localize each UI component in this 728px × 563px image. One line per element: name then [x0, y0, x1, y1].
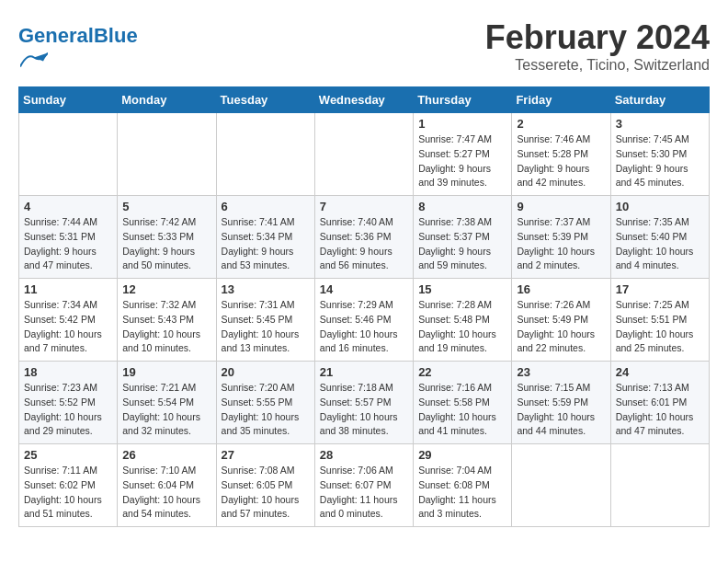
day-number: 11	[24, 282, 112, 296]
day-info: Sunrise: 7:45 AM Sunset: 5:30 PM Dayligh…	[616, 132, 704, 190]
day-number: 16	[517, 282, 605, 296]
day-info: Sunrise: 7:42 AM Sunset: 5:33 PM Dayligh…	[122, 215, 210, 273]
calendar-table: SundayMondayTuesdayWednesdayThursdayFrid…	[18, 86, 710, 527]
day-number: 26	[122, 448, 210, 462]
title-area: February 2024 Tesserete, Ticino, Switzer…	[485, 18, 710, 74]
day-info: Sunrise: 7:18 AM Sunset: 5:57 PM Dayligh…	[320, 381, 408, 439]
calendar-cell: 23Sunrise: 7:15 AM Sunset: 5:59 PM Dayli…	[512, 362, 610, 444]
calendar-cell: 1Sunrise: 7:47 AM Sunset: 5:27 PM Daylig…	[414, 113, 512, 196]
day-info: Sunrise: 7:28 AM Sunset: 5:48 PM Dayligh…	[418, 298, 506, 356]
day-info: Sunrise: 7:32 AM Sunset: 5:43 PM Dayligh…	[122, 298, 210, 356]
calendar-cell: 2Sunrise: 7:46 AM Sunset: 5:28 PM Daylig…	[512, 113, 610, 196]
column-header-thursday: Thursday	[414, 87, 512, 113]
calendar-cell: 11Sunrise: 7:34 AM Sunset: 5:42 PM Dayli…	[19, 279, 118, 362]
calendar-cell	[610, 444, 709, 527]
day-info: Sunrise: 7:47 AM Sunset: 5:27 PM Dayligh…	[418, 132, 506, 190]
calendar-cell: 18Sunrise: 7:23 AM Sunset: 5:52 PM Dayli…	[19, 362, 118, 444]
day-info: Sunrise: 7:13 AM Sunset: 6:01 PM Dayligh…	[616, 381, 704, 439]
day-info: Sunrise: 7:41 AM Sunset: 5:34 PM Dayligh…	[222, 215, 310, 273]
calendar-cell: 17Sunrise: 7:25 AM Sunset: 5:51 PM Dayli…	[610, 279, 709, 362]
calendar-cell: 15Sunrise: 7:28 AM Sunset: 5:48 PM Dayli…	[414, 279, 512, 362]
calendar-cell: 3Sunrise: 7:45 AM Sunset: 5:30 PM Daylig…	[610, 113, 709, 196]
day-number: 1	[418, 117, 506, 131]
calendar-week-row: 1Sunrise: 7:47 AM Sunset: 5:27 PM Daylig…	[19, 113, 710, 196]
calendar-cell: 13Sunrise: 7:31 AM Sunset: 5:45 PM Dayli…	[216, 279, 314, 362]
calendar-cell: 28Sunrise: 7:06 AM Sunset: 6:07 PM Dayli…	[314, 444, 413, 527]
day-number: 25	[24, 448, 112, 462]
calendar-header-row: SundayMondayTuesdayWednesdayThursdayFrid…	[19, 87, 710, 113]
column-header-saturday: Saturday	[610, 87, 709, 113]
logo-icon	[20, 46, 48, 74]
calendar-cell: 26Sunrise: 7:10 AM Sunset: 6:04 PM Dayli…	[118, 444, 216, 527]
day-info: Sunrise: 7:40 AM Sunset: 5:36 PM Dayligh…	[320, 215, 408, 273]
calendar-week-row: 4Sunrise: 7:44 AM Sunset: 5:31 PM Daylig…	[19, 196, 710, 279]
day-number: 9	[517, 200, 605, 213]
column-header-tuesday: Tuesday	[216, 87, 314, 113]
day-info: Sunrise: 7:06 AM Sunset: 6:07 PM Dayligh…	[320, 464, 408, 522]
calendar-cell: 21Sunrise: 7:18 AM Sunset: 5:57 PM Dayli…	[314, 362, 413, 444]
day-info: Sunrise: 7:31 AM Sunset: 5:45 PM Dayligh…	[222, 298, 310, 356]
day-number: 3	[616, 117, 704, 131]
day-info: Sunrise: 7:16 AM Sunset: 5:58 PM Dayligh…	[418, 381, 506, 439]
calendar-week-row: 18Sunrise: 7:23 AM Sunset: 5:52 PM Dayli…	[19, 362, 710, 444]
day-number: 23	[517, 365, 605, 379]
calendar-cell	[118, 113, 216, 196]
calendar-cell: 10Sunrise: 7:35 AM Sunset: 5:40 PM Dayli…	[610, 196, 709, 279]
day-number: 13	[222, 282, 310, 296]
month-title: February 2024	[485, 18, 710, 57]
day-number: 20	[222, 365, 310, 379]
subtitle: Tesserete, Ticino, Switzerland	[485, 57, 710, 74]
logo-text: GeneralBlue	[18, 26, 138, 46]
logo-blue: Blue	[94, 24, 138, 47]
column-header-monday: Monday	[118, 87, 216, 113]
day-number: 22	[418, 365, 506, 379]
calendar-cell: 16Sunrise: 7:26 AM Sunset: 5:49 PM Dayli…	[512, 279, 610, 362]
day-number: 5	[122, 200, 210, 213]
day-info: Sunrise: 7:46 AM Sunset: 5:28 PM Dayligh…	[517, 132, 605, 190]
day-info: Sunrise: 7:34 AM Sunset: 5:42 PM Dayligh…	[24, 298, 112, 356]
day-number: 4	[24, 200, 112, 213]
day-number: 15	[418, 282, 506, 296]
day-info: Sunrise: 7:29 AM Sunset: 5:46 PM Dayligh…	[320, 298, 408, 356]
day-info: Sunrise: 7:25 AM Sunset: 5:51 PM Dayligh…	[616, 298, 704, 356]
column-header-friday: Friday	[512, 87, 610, 113]
header: GeneralBlue February 2024 Tesserete, Tic…	[18, 18, 710, 77]
day-info: Sunrise: 7:26 AM Sunset: 5:49 PM Dayligh…	[517, 298, 605, 356]
day-number: 2	[517, 117, 605, 131]
day-info: Sunrise: 7:20 AM Sunset: 5:55 PM Dayligh…	[222, 381, 310, 439]
day-number: 19	[122, 365, 210, 379]
day-info: Sunrise: 7:08 AM Sunset: 6:05 PM Dayligh…	[222, 464, 310, 522]
logo-general: General	[18, 24, 94, 47]
day-number: 14	[320, 282, 408, 296]
calendar-cell: 22Sunrise: 7:16 AM Sunset: 5:58 PM Dayli…	[414, 362, 512, 444]
day-info: Sunrise: 7:21 AM Sunset: 5:54 PM Dayligh…	[122, 381, 210, 439]
calendar-cell	[314, 113, 413, 196]
calendar-cell: 9Sunrise: 7:37 AM Sunset: 5:39 PM Daylig…	[512, 196, 610, 279]
day-info: Sunrise: 7:11 AM Sunset: 6:02 PM Dayligh…	[24, 464, 112, 522]
calendar-cell: 24Sunrise: 7:13 AM Sunset: 6:01 PM Dayli…	[610, 362, 709, 444]
day-number: 8	[418, 200, 506, 213]
calendar-cell: 8Sunrise: 7:38 AM Sunset: 5:37 PM Daylig…	[414, 196, 512, 279]
calendar-cell: 14Sunrise: 7:29 AM Sunset: 5:46 PM Dayli…	[314, 279, 413, 362]
day-number: 29	[418, 448, 506, 462]
day-info: Sunrise: 7:37 AM Sunset: 5:39 PM Dayligh…	[517, 215, 605, 273]
column-header-sunday: Sunday	[19, 87, 118, 113]
column-header-wednesday: Wednesday	[314, 87, 413, 113]
calendar-cell: 6Sunrise: 7:41 AM Sunset: 5:34 PM Daylig…	[216, 196, 314, 279]
day-number: 7	[320, 200, 408, 213]
day-number: 18	[24, 365, 112, 379]
day-info: Sunrise: 7:10 AM Sunset: 6:04 PM Dayligh…	[122, 464, 210, 522]
day-info: Sunrise: 7:44 AM Sunset: 5:31 PM Dayligh…	[24, 215, 112, 273]
calendar-cell: 7Sunrise: 7:40 AM Sunset: 5:36 PM Daylig…	[314, 196, 413, 279]
calendar-week-row: 25Sunrise: 7:11 AM Sunset: 6:02 PM Dayli…	[19, 444, 710, 527]
calendar-cell	[216, 113, 314, 196]
calendar-cell	[19, 113, 118, 196]
calendar-cell: 29Sunrise: 7:04 AM Sunset: 6:08 PM Dayli…	[414, 444, 512, 527]
day-info: Sunrise: 7:35 AM Sunset: 5:40 PM Dayligh…	[616, 215, 704, 273]
day-number: 6	[222, 200, 310, 213]
logo: GeneralBlue	[18, 26, 138, 77]
calendar-cell: 4Sunrise: 7:44 AM Sunset: 5:31 PM Daylig…	[19, 196, 118, 279]
day-number: 10	[616, 200, 704, 213]
calendar-cell: 19Sunrise: 7:21 AM Sunset: 5:54 PM Dayli…	[118, 362, 216, 444]
day-info: Sunrise: 7:38 AM Sunset: 5:37 PM Dayligh…	[418, 215, 506, 273]
